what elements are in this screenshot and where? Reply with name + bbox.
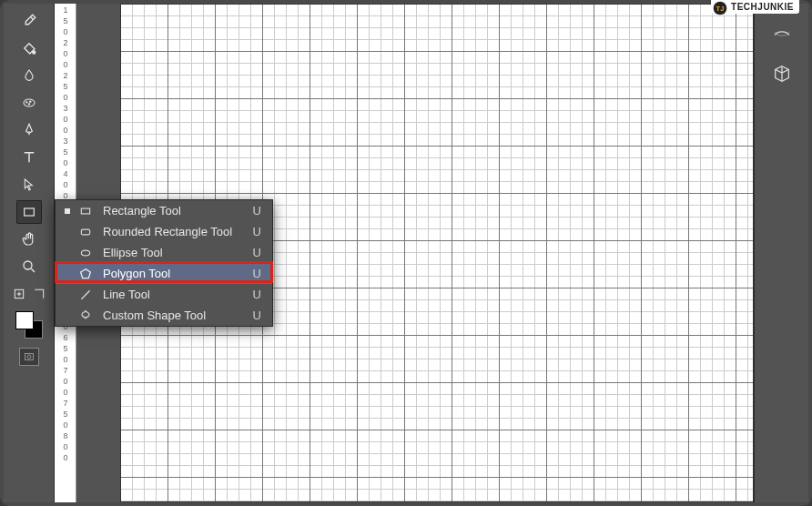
hand-tool[interactable]: [16, 228, 42, 251]
flyout-item-shortcut: U: [253, 267, 261, 280]
svg-rect-8: [25, 354, 33, 360]
ruler-tick-char: 0: [56, 93, 75, 102]
sponge-tool[interactable]: [16, 91, 42, 115]
flyout-item-label: Ellipse Tool: [103, 246, 242, 259]
ruler-tick-char: 0: [56, 442, 75, 451]
paint-bucket-tool[interactable]: [16, 36, 42, 60]
flyout-item-polygon[interactable]: Polygon Tool U: [56, 263, 272, 284]
shape-tool[interactable]: [16, 200, 42, 224]
svg-rect-12: [81, 229, 89, 235]
svg-rect-5: [24, 208, 34, 216]
line-icon: [77, 287, 94, 303]
ruler-tick-char: 0: [56, 453, 75, 462]
ruler-tick-char: 5: [56, 410, 75, 419]
rectangle-icon: [77, 203, 94, 219]
misc-tool-a[interactable]: [11, 286, 27, 302]
svg-point-2: [25, 102, 26, 103]
panel-icon-top[interactable]: [770, 22, 794, 46]
flyout-item-rectangle[interactable]: Rectangle Tool U: [56, 200, 272, 221]
watermark-text: TECHJUNKIE: [731, 2, 794, 12]
svg-point-6: [24, 261, 32, 269]
svg-rect-11: [81, 208, 89, 214]
svg-rect-10: [65, 208, 70, 214]
ruler-tick-char: 4: [56, 169, 75, 178]
ruler-tick-char: 3: [56, 104, 75, 113]
svg-point-9: [27, 355, 31, 359]
svg-point-3: [29, 101, 30, 102]
flyout-item-shortcut: U: [253, 204, 261, 218]
ruler-tick-char: 3: [56, 137, 75, 146]
ruler-tick-char: 0: [56, 115, 75, 124]
pen-tool[interactable]: [16, 118, 42, 142]
flyout-item-shortcut: U: [253, 225, 261, 238]
flyout-item-custom-shape[interactable]: Custom Shape Tool U: [56, 305, 272, 326]
zoom-tool[interactable]: [16, 255, 42, 278]
svg-point-13: [81, 250, 89, 256]
type-tool[interactable]: [16, 146, 42, 169]
ruler-tick-char: 6: [56, 333, 75, 342]
ruler-tick-char: 0: [56, 388, 75, 397]
flyout-item-label: Rectangle Tool: [103, 204, 242, 218]
ruler-tick-char: 2: [56, 71, 75, 80]
right-collapsed-panels: [754, 4, 808, 502]
ruler-tick-char: 0: [56, 377, 75, 386]
polygon-icon: [77, 266, 94, 282]
ruler-tick-char: 0: [56, 158, 75, 167]
ruler-tick-char: 5: [56, 82, 75, 91]
misc-tool-b[interactable]: [31, 286, 47, 302]
ruler-tick-char: 0: [56, 27, 75, 36]
rounded-rectangle-icon: [77, 224, 94, 240]
ruler-tick-char: 5: [56, 147, 75, 157]
flyout-item-label: Custom Shape Tool: [103, 309, 242, 322]
ruler-tick-char: 5: [56, 16, 75, 25]
ruler-tick-char: 0: [56, 420, 75, 430]
svg-point-1: [24, 99, 35, 106]
ruler-tick-char: 0: [56, 180, 75, 189]
ruler-tick-char: 0: [56, 60, 75, 69]
custom-shape-icon: [77, 308, 94, 324]
flyout-item-label: Polygon Tool: [103, 267, 242, 280]
svg-point-4: [28, 104, 29, 105]
flyout-item-shortcut: U: [253, 288, 261, 301]
check-icon: [63, 207, 72, 216]
path-direct-select-tool[interactable]: [16, 173, 42, 197]
color-swatches[interactable]: [15, 311, 43, 339]
svg-point-0: [32, 51, 35, 54]
blur-tool[interactable]: [16, 64, 42, 87]
flyout-item-label: Line Tool: [103, 288, 242, 301]
ruler-tick-char: 7: [56, 366, 75, 375]
ruler-tick-char: 0: [56, 126, 75, 135]
ruler-tick-char: 8: [56, 431, 75, 440]
flyout-item-ellipse[interactable]: Ellipse Tool U: [56, 242, 272, 263]
eyedropper-tool[interactable]: [16, 9, 42, 33]
ruler-tick-char: 5: [56, 344, 75, 353]
ruler-tick-char: 7: [56, 399, 75, 408]
quickmask-toggle[interactable]: [19, 348, 39, 366]
flyout-item-line[interactable]: Line Tool U: [56, 284, 272, 305]
tools-panel: [4, 4, 55, 502]
flyout-item-shortcut: U: [253, 246, 261, 259]
svg-text:TJ: TJ: [716, 5, 724, 13]
shape-tool-flyout: Rectangle Tool U Rounded Rectangle Tool …: [55, 199, 273, 327]
flyout-item-rounded-rectangle[interactable]: Rounded Rectangle Tool U: [56, 221, 272, 242]
flyout-item-label: Rounded Rectangle Tool: [103, 225, 242, 238]
ruler-tick-char: 2: [56, 38, 75, 47]
flyout-item-shortcut: U: [253, 309, 261, 322]
watermark-badge: TJ TECHJUNKIE: [711, 0, 799, 14]
ruler-tick-char: 1: [56, 5, 75, 15]
ruler-tick-char: 0: [56, 49, 75, 58]
ellipse-icon: [77, 245, 94, 261]
foreground-swatch[interactable]: [15, 311, 34, 329]
svg-marker-14: [81, 268, 91, 278]
panel-icon-3d[interactable]: [770, 62, 794, 86]
ruler-tick-char: 0: [56, 355, 75, 364]
watermark-logo-icon: TJ: [713, 1, 727, 15]
